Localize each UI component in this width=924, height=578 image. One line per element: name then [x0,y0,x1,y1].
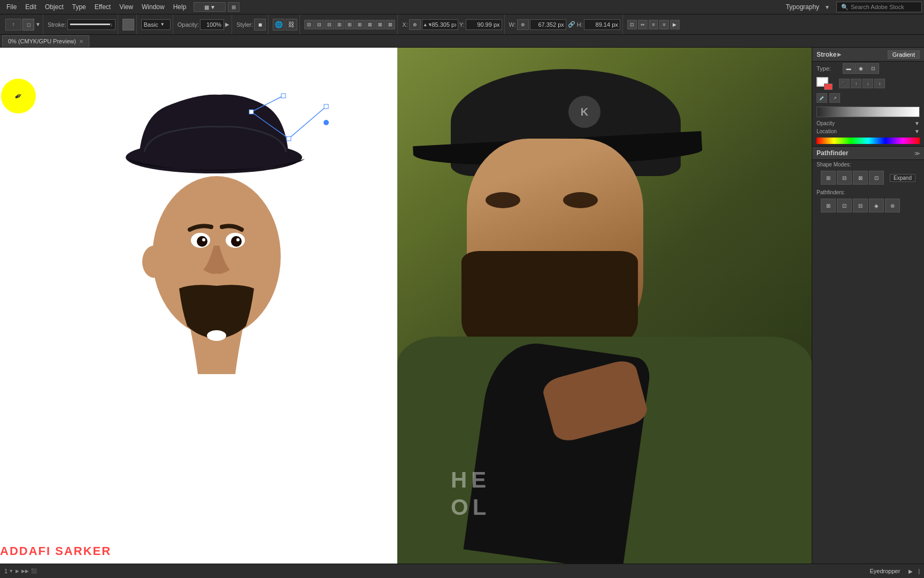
location-label: Location [817,128,837,134]
arrange-icon[interactable]: ⊞ [228,2,240,12]
pathfinders-row: ⊞ ⊡ ⊟ ◈ ⊛ [817,197,920,214]
pathfinder-expand-icon[interactable]: ≫ [914,150,920,156]
svg-rect-1 [249,110,253,114]
stroke-icon-3[interactable]: ↓ [863,79,873,88]
h-label: H: [577,21,583,28]
svg-point-7 [142,246,166,278]
transform-btn4[interactable]: ≡ [659,20,669,29]
type-btn-linear[interactable]: ▬ [843,63,854,74]
pen-tool-icon: ✒ [12,89,25,103]
status-end-icon[interactable]: | [918,568,920,574]
transform-btn2[interactable]: ⇔ [638,20,648,29]
menu-window[interactable]: Window [137,2,169,12]
distribute-h[interactable]: ⊠ [365,20,375,29]
svg-rect-4 [281,94,286,98]
stroke-icon-2[interactable]: ↑ [851,79,861,88]
stroke-panel-title: Stroke [817,51,836,58]
zoom-control[interactable]: 1 ▼ ▶ ▶▶ ⬛ [4,568,37,574]
align-bottom[interactable]: ⊞ [355,20,365,29]
menu-file[interactable]: File [2,2,21,12]
distribute-3[interactable]: ⊠ [386,20,395,29]
fill-color-box[interactable] [122,19,134,31]
pathfinder-4[interactable]: ◈ [869,199,884,212]
type-btn-freeform[interactable]: ⊡ [867,63,879,74]
pathfinder-2[interactable]: ⊡ [837,199,852,212]
x-constrain-icon[interactable]: ⊕ [409,19,421,30]
type-buttons: ▬ ◉ ⊡ [843,63,879,74]
shape-mode-exclude[interactable]: ⊡ [869,171,884,185]
panel-expand-icon[interactable]: ↗ [829,93,840,103]
svg-point-5 [324,120,329,125]
location-chevron[interactable]: ▼ [914,128,920,134]
align-left[interactable]: ⊟ [304,20,314,29]
tool-selector-group: ↑ ◻ ▼ [3,14,43,34]
menu-object[interactable]: Object [41,2,68,12]
shape-modes-row: ⊞ ⊟ ⊠ ⊡ Expand [817,169,920,186]
mode-dropdown[interactable]: Basic ▼ [141,19,171,30]
transform-btn3[interactable]: ≡ [649,20,658,29]
canvas-area[interactable]: ✒ [0,48,812,564]
svg-point-12 [202,238,205,241]
color-spectrum-strip[interactable] [817,138,920,144]
w-input[interactable] [530,19,566,30]
document-tab[interactable]: 0% (CMYK/GPU Preview) ✕ [2,35,89,47]
stroke-expand-icon[interactable]: ▶ [837,51,842,57]
styler-color-box[interactable]: ◼ [254,19,266,31]
expand-button[interactable]: Expand [890,174,915,182]
w-constrain-icon[interactable]: ⊕ [517,19,529,30]
gradient-bar[interactable] [817,107,920,117]
eyedropper-icon[interactable]: 💉 [817,93,827,103]
svg-point-14 [207,330,226,341]
status-arrow-icon[interactable]: ▶ [908,568,913,574]
opacity-grad-label: Opacity [817,120,835,126]
transform-btn1[interactable]: ⊡ [627,20,637,29]
pathfinder-3[interactable]: ⊟ [853,199,868,212]
tool-stroke-icon[interactable]: ◻ [22,19,34,31]
stroke-box[interactable]: ↕ [67,19,116,30]
shape-mode-unite[interactable]: ⊞ [821,171,836,185]
stroke-swatch [817,77,833,90]
menu-type[interactable]: Type [68,2,90,12]
search-adobe-input[interactable]: 🔍 Search Adobe Stock [836,2,922,12]
opacity-chevron[interactable]: ▼ [914,120,920,126]
link-icon[interactable]: ⛓ [286,19,297,31]
align-top[interactable]: ⊞ [335,20,344,29]
shape-mode-minus[interactable]: ⊟ [837,171,852,185]
styler-label: Styler: [236,21,253,28]
shape-mode-intersect[interactable]: ⊠ [853,171,868,185]
typography-workspace[interactable]: Typography ▼ [782,2,830,12]
menu-effect[interactable]: Effect [90,2,115,12]
opacity-input[interactable] [200,19,224,30]
proportional-lock-icon[interactable]: 🔗 [567,20,576,29]
align-right[interactable]: ⊟ [325,20,334,29]
status-bar: 1 ▼ ▶ ▶▶ ⬛ Eyedropper ▶ | [0,564,924,578]
pathfinder-1[interactable]: ⊞ [821,199,836,212]
type-btn-radial[interactable]: ◉ [855,63,867,74]
opacity-expand-icon[interactable]: ▶ [225,21,229,27]
distribute-v[interactable]: ⊠ [375,20,385,29]
stroke-icon-1[interactable]: ⬛ [839,79,850,88]
w-label: W: [509,21,516,28]
menu-help[interactable]: Help [169,2,191,12]
tab-close-icon[interactable]: ✕ [79,39,83,44]
h-input[interactable] [584,19,620,30]
tool-arrow-btn[interactable]: ↑ [5,19,21,31]
y-input[interactable] [466,19,502,30]
x-label: X: [402,21,407,28]
typography-label: Typography [782,2,822,12]
pathfinder-5[interactable]: ⊛ [885,199,900,212]
cap-logo: K [568,96,600,128]
menu-edit[interactable]: Edit [21,2,41,12]
gradient-tab[interactable]: Gradient [888,50,920,59]
pathfinder-title: Pathfinder [817,149,848,157]
stroke-group: Stroke: ↕ [45,14,118,34]
stroke-icon-4[interactable]: ↕ [874,79,885,88]
stroke-inner-swatch[interactable] [824,83,833,90]
workspace-switcher[interactable]: ▦ ▼ [194,2,226,12]
globe-icon[interactable]: 🌐 [273,19,284,31]
transform-btn5[interactable]: ▶ [670,20,680,29]
align-middle[interactable]: ⊞ [345,20,355,29]
menu-view[interactable]: View [115,2,137,12]
svg-rect-2 [287,136,291,141]
align-center[interactable]: ⊟ [314,20,324,29]
